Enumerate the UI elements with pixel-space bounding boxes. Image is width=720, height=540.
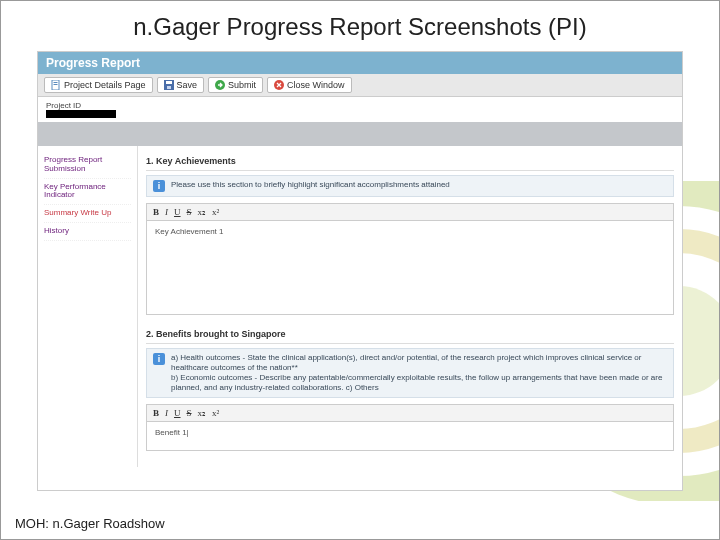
strike-button[interactable]: S bbox=[187, 408, 192, 418]
grey-band bbox=[38, 122, 682, 146]
editor-2-toolbar: B I U S x₂ x² bbox=[146, 404, 674, 421]
section-1-hint: i Please use this section to briefly hig… bbox=[146, 175, 674, 197]
subscript-button[interactable]: x₂ bbox=[198, 408, 207, 418]
sidebar-item-history[interactable]: History bbox=[44, 223, 131, 241]
strike-button[interactable]: S bbox=[187, 207, 192, 217]
subscript-button[interactable]: x₂ bbox=[198, 207, 207, 217]
close-icon bbox=[274, 80, 284, 90]
submit-icon bbox=[215, 80, 225, 90]
svg-rect-4 bbox=[54, 82, 58, 83]
editor-1-textarea[interactable]: Key Achievement 1 bbox=[146, 220, 674, 315]
close-label: Close Window bbox=[287, 80, 345, 90]
superscript-button[interactable]: x² bbox=[212, 207, 219, 217]
submit-button[interactable]: Submit bbox=[208, 77, 263, 93]
page-icon bbox=[51, 80, 61, 90]
section-2-hint: i a) Health outcomes - State the clinica… bbox=[146, 348, 674, 398]
project-details-button[interactable]: Project Details Page bbox=[44, 77, 153, 93]
close-window-button[interactable]: Close Window bbox=[267, 77, 352, 93]
editor-2-textarea[interactable]: Benefit 1| bbox=[146, 421, 674, 451]
info-icon: i bbox=[153, 180, 165, 192]
app-screenshot: Progress Report Project Details Page Sav… bbox=[37, 51, 683, 491]
section-2-title: 2. Benefits brought to Singapore bbox=[146, 325, 674, 344]
svg-rect-8 bbox=[167, 86, 171, 89]
editor-1-toolbar: B I U S x₂ x² bbox=[146, 203, 674, 220]
project-details-label: Project Details Page bbox=[64, 80, 146, 90]
app-header: Progress Report bbox=[38, 52, 682, 74]
slide-title: n.Gager Progress Report Screenshots (PI) bbox=[1, 13, 719, 41]
main-content: 1. Key Achievements i Please use this se… bbox=[138, 146, 682, 467]
section-2-hint-text: a) Health outcomes - State the clinical … bbox=[171, 353, 667, 393]
bold-button[interactable]: B bbox=[153, 408, 159, 418]
save-button[interactable]: Save bbox=[157, 77, 205, 93]
sidebar-item-submission[interactable]: Progress Report Submission bbox=[44, 152, 131, 179]
slide-footer: MOH: n.Gager Roadshow bbox=[15, 516, 165, 531]
svg-rect-5 bbox=[54, 84, 58, 85]
project-id-label: Project ID bbox=[46, 101, 81, 110]
underline-button[interactable]: U bbox=[174, 408, 181, 418]
disk-icon bbox=[164, 80, 174, 90]
project-id-row: Project ID bbox=[38, 97, 682, 122]
info-icon: i bbox=[153, 353, 165, 365]
superscript-button[interactable]: x² bbox=[212, 408, 219, 418]
project-id-redacted bbox=[46, 110, 116, 118]
underline-button[interactable]: U bbox=[174, 207, 181, 217]
italic-button[interactable]: I bbox=[165, 207, 168, 217]
svg-rect-7 bbox=[166, 81, 172, 84]
section-1-title: 1. Key Achievements bbox=[146, 152, 674, 171]
save-label: Save bbox=[177, 80, 198, 90]
sidebar-item-kpi[interactable]: Key Performance Indicator bbox=[44, 179, 131, 206]
submit-label: Submit bbox=[228, 80, 256, 90]
section-1-hint-text: Please use this section to briefly highl… bbox=[171, 180, 450, 192]
bold-button[interactable]: B bbox=[153, 207, 159, 217]
sidebar-item-summary[interactable]: Summary Write Up bbox=[44, 205, 131, 223]
sidebar: Progress Report Submission Key Performan… bbox=[38, 146, 138, 467]
italic-button[interactable]: I bbox=[165, 408, 168, 418]
app-toolbar: Project Details Page Save Submit Close W… bbox=[38, 74, 682, 97]
